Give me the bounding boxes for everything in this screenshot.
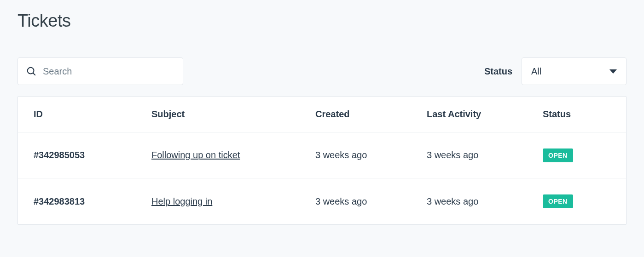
search-input[interactable] — [43, 66, 174, 77]
ticket-created: 3 weeks ago — [315, 150, 427, 160]
ticket-id: #342983813 — [34, 196, 151, 207]
header-activity: Last Activity — [427, 109, 543, 120]
status-filter-select[interactable]: All — [522, 57, 627, 85]
status-badge: OPEN — [543, 148, 573, 162]
status-badge: OPEN — [543, 194, 573, 208]
tickets-table: ID Subject Created Last Activity Status … — [17, 96, 627, 225]
search-icon — [26, 66, 36, 76]
ticket-activity: 3 weeks ago — [427, 150, 543, 160]
search-container — [17, 57, 183, 85]
tickets-table-header: ID Subject Created Last Activity Status — [18, 97, 626, 132]
status-filter-label: Status — [484, 66, 512, 77]
ticket-id: #342985053 — [34, 150, 151, 160]
table-row: #342985053 Following up on ticket 3 week… — [18, 132, 626, 178]
ticket-subject-link[interactable]: Following up on ticket — [151, 150, 240, 160]
header-status: Status — [543, 109, 610, 120]
header-id: ID — [34, 109, 151, 120]
table-row: #342983813 Help logging in 3 weeks ago 3… — [18, 178, 626, 224]
ticket-activity: 3 weeks ago — [427, 196, 543, 207]
status-filter-selected: All — [531, 66, 541, 77]
header-created: Created — [315, 109, 427, 120]
ticket-subject-link[interactable]: Help logging in — [151, 196, 212, 206]
status-filter-wrap: Status All — [484, 57, 627, 85]
header-subject: Subject — [151, 109, 315, 120]
svg-line-1 — [33, 73, 35, 75]
controls-row: Status All — [17, 57, 627, 85]
chevron-down-icon — [609, 69, 617, 74]
ticket-created: 3 weeks ago — [315, 196, 427, 207]
page-title: Tickets — [17, 11, 627, 31]
